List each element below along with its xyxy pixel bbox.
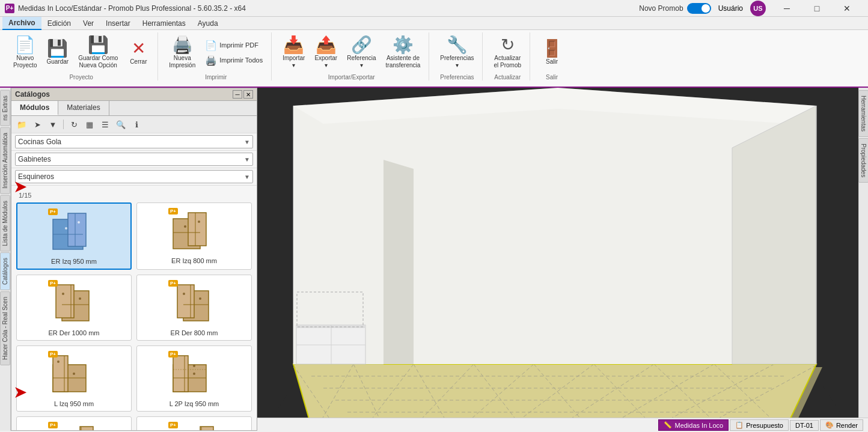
dropdown-esquineros[interactable]: Esquineros ▼ — [15, 170, 253, 183]
nueva-impresion-button[interactable]: 🖨️ NuevaImpresión — [165, 34, 199, 71]
usuario-label: Usuário — [718, 4, 743, 13]
ribbon: 📄 NuevoProyecto 💾 Guardar 💾 Guardar Como… — [0, 30, 868, 88]
referencia-button[interactable]: 🔗 Referencia▾ — [343, 34, 379, 71]
panel-toolbar: 📁 ➤ ▼ ↻ ▦ ☰ 🔍 ℹ — [11, 116, 257, 133]
menu-edicion[interactable]: Edición — [41, 17, 77, 30]
sidebar-tab-insercion[interactable]: Inserción Automática — [0, 127, 10, 194]
panel-pin-button[interactable]: ─ — [233, 90, 242, 99]
menu-ayuda[interactable]: Ayuda — [192, 17, 224, 30]
menu-archivo[interactable]: Archivo — [2, 17, 41, 30]
exportar-label: Exportar▾ — [314, 55, 337, 69]
imprimir-pdf-button[interactable]: 📄 Imprimir PDF — [201, 38, 266, 52]
guardar-nueva-button[interactable]: 💾 Guardar ComoNueva Opción — [75, 34, 121, 71]
novo-promob-toggle[interactable] — [687, 3, 711, 14]
presupuesto-icon: 📋 — [735, 421, 744, 429]
sidebar-tab-extras[interactable]: ns Extras — [0, 90, 10, 126]
preferencias-button[interactable]: 🔧 Preferencias▾ — [436, 34, 477, 71]
list-item[interactable]: P+ ER Izq 800 mm — [136, 202, 252, 270]
menu-ver[interactable]: Ver — [77, 17, 100, 30]
minimize-button[interactable]: ─ — [773, 0, 801, 17]
salir-button[interactable]: 🚪 Salir — [537, 38, 566, 68]
list-item[interactable]: P+ ER Izq 950 mm — [16, 202, 132, 270]
importar-buttons: 📥 Importar▾ 📤 Exportar▾ 🔗 Referencia▾ ⚙️… — [279, 32, 424, 73]
menu-herramientas[interactable]: Herramientas — [136, 17, 192, 30]
status-dt01-btn[interactable]: DT-01 — [790, 420, 819, 431]
svg-rect-31 — [173, 356, 188, 392]
actualizar-icon: ↻ — [501, 37, 515, 53]
imprimir-col: 📄 Imprimir PDF 🖨️ Imprimir Todos — [201, 38, 266, 67]
nuevo-proyecto-button[interactable]: 📄 NuevoProyecto — [10, 34, 40, 71]
user-avatar[interactable]: US — [750, 1, 766, 16]
svg-point-11 — [198, 221, 200, 223]
sidebar-tab-catalogos[interactable]: Catálogos — [0, 252, 10, 290]
toolbar-search-btn[interactable]: 🔍 — [114, 118, 127, 130]
menu-insertar[interactable]: Insertar — [100, 17, 136, 30]
status-presupuesto-btn[interactable]: 📋 Presupuesto — [730, 419, 789, 431]
viewport-3d[interactable] — [257, 88, 858, 431]
cerrar-button[interactable]: ✕ Cerrar — [124, 38, 153, 68]
main-content: ns Extras Inserción Automática Lista de … — [0, 88, 868, 431]
svg-point-23 — [183, 293, 185, 295]
list-item[interactable]: P+ ER Der 1000 mm — [16, 275, 132, 341]
list-item[interactable]: P+ L 2P Der 950 mm — [136, 416, 252, 430]
status-medidas-btn[interactable]: 📏 Medidas In Loco — [658, 419, 729, 431]
exportar-button[interactable]: 📤 Exportar▾ — [311, 34, 341, 71]
status-render-btn[interactable]: 🎨 Render — [820, 419, 863, 431]
item-thumb-8: P+ — [167, 421, 221, 430]
toolbar-arrow-btn[interactable]: ➤ — [31, 118, 44, 130]
presupuesto-label: Presupuesto — [746, 422, 783, 429]
medidas-label: Medidas In Loco — [674, 422, 723, 429]
exportar-icon: 📤 — [316, 37, 337, 53]
dropdown-cocinas[interactable]: Cocinas Gola ▼ — [15, 135, 253, 148]
list-item[interactable]: P+ L 2P Izq 950 mm — [136, 345, 252, 412]
tab-materiales[interactable]: Materiales — [58, 101, 109, 115]
imprimir-todos-button[interactable]: 🖨️ Imprimir Todos — [201, 53, 266, 67]
actualizar-button[interactable]: ↻ Actualizarel Promob — [490, 34, 525, 71]
toolbar-sep-1 — [63, 120, 64, 129]
list-item[interactable]: P+ L Izq 950 mm — [16, 345, 132, 412]
item-thumb-2: P+ — [167, 207, 221, 255]
item-label-4: ER Der 800 mm — [171, 329, 218, 336]
sidebar-tab-lista[interactable]: Lista de Módulos — [0, 195, 10, 252]
preferencias-buttons: 🔧 Preferencias▾ — [436, 32, 477, 73]
right-tab-herramientas[interactable]: Herramientas — [858, 90, 868, 137]
sidebar-tab-hacer-cola[interactable]: Hacer Cola - Real Scen — [0, 291, 10, 365]
dropdown-row-1: Cocinas Gola ▼ — [11, 133, 257, 151]
tab-modulos[interactable]: Módulos — [11, 101, 58, 115]
close-button[interactable]: ✕ — [833, 0, 861, 17]
dropdown-gabinetes-arrow: ▼ — [244, 156, 250, 163]
toolbar-refresh-btn[interactable]: ↻ — [67, 118, 81, 130]
items-container: 1/15 P+ — [11, 186, 257, 430]
salir-buttons: 🚪 Salir — [537, 32, 566, 73]
right-tab-propiedades[interactable]: Propiedades — [858, 138, 868, 183]
asistente-button[interactable]: ⚙️ Asistente detransferencia — [382, 34, 424, 71]
dropdown-gabinetes[interactable]: Gabinetes ▼ — [15, 153, 253, 166]
toolbar-list-btn[interactable]: ☰ — [99, 118, 112, 130]
toolbar-folder-btn[interactable]: 📁 — [15, 118, 28, 130]
item-icon-3 — [50, 282, 98, 324]
toolbar-grid-btn[interactable]: ▦ — [83, 118, 96, 130]
nueva-impresion-icon: 🖨️ — [172, 37, 193, 53]
imprimir-buttons: 🖨️ NuevaImpresión 📄 Imprimir PDF 🖨️ Impr… — [165, 32, 266, 73]
panel-close-button[interactable]: ✕ — [243, 90, 253, 99]
title-bar-left: P+ Medidas In Loco/Estándar - Promob Plu… — [5, 4, 246, 13]
item-icon-4 — [170, 282, 218, 324]
nueva-impresion-label: NuevaImpresión — [169, 55, 195, 69]
item-icon-6 — [170, 353, 218, 395]
guardar-button[interactable]: 💾 Guardar — [43, 38, 72, 68]
nuevo-proyecto-label: NuevoProyecto — [13, 55, 37, 69]
importar-group-label: Importar/Exportar — [328, 73, 375, 81]
ribbon-grupo-proyecto: 📄 NuevoProyecto 💾 Guardar 💾 Guardar Como… — [5, 32, 158, 81]
list-item[interactable]: P+ L Der 950 mm — [16, 416, 132, 430]
menu-bar: Archivo Edición Ver Insertar Herramienta… — [0, 17, 868, 30]
svg-point-22 — [199, 297, 201, 300]
item-badge-6: P+ — [168, 351, 178, 357]
toolbar-info-btn[interactable]: ℹ — [130, 118, 143, 130]
importar-button[interactable]: 📥 Importar▾ — [279, 34, 308, 71]
guardar-nueva-label: Guardar ComoNueva Opción — [78, 55, 118, 69]
maximize-button[interactable]: □ — [803, 0, 831, 17]
toolbar-dropdown-btn[interactable]: ▼ — [46, 118, 60, 130]
ribbon-grupo-preferencias: 🔧 Preferencias▾ Preferencias — [432, 32, 483, 81]
list-item[interactable]: P+ ER Der 800 mm — [136, 275, 252, 341]
imprimir-todos-icon: 🖨️ — [205, 55, 217, 66]
